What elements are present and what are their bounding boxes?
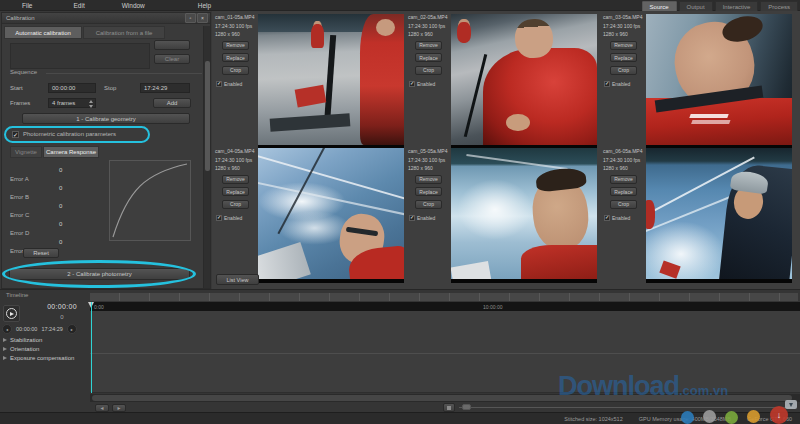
calibration-panel: Calibration ▫ × Automatic calibration Ca… xyxy=(1,12,211,289)
thumb-art-cushion xyxy=(295,85,327,108)
expand-arrow-icon[interactable] xyxy=(3,356,7,360)
frames-spinner[interactable]: 4 frames xyxy=(48,98,96,108)
camera-6-info: cam_06-05a.MP4 17:24:30 100 fps 1280 x 9… xyxy=(602,148,646,279)
photometric-checkbox[interactable]: ✓ xyxy=(12,131,19,138)
range-start-icon[interactable]: ◂ xyxy=(2,324,12,334)
enabled-checkbox[interactable]: ✓ xyxy=(604,215,610,221)
error-b-value: 0 xyxy=(59,185,62,191)
remove-button[interactable]: Remove xyxy=(610,175,637,184)
menu-edit[interactable]: Edit xyxy=(73,2,84,9)
step-forward-button[interactable]: ► xyxy=(112,404,126,412)
enabled-checkbox[interactable]: ✓ xyxy=(216,215,222,221)
timeline-zoom-button[interactable] xyxy=(443,403,455,412)
clear-button[interactable]: Clear xyxy=(154,54,190,64)
tab-automatic-calibration[interactable]: Automatic calibration xyxy=(4,26,82,39)
track-orientation[interactable]: Orientation xyxy=(3,346,39,352)
remove-button[interactable]: Remove xyxy=(610,41,637,50)
spinner-arrows-icon[interactable] xyxy=(87,100,94,108)
camera-6-thumbnail[interactable] xyxy=(646,148,792,283)
camera-1-thumbnail[interactable] xyxy=(258,14,404,149)
add-button[interactable]: Add xyxy=(153,98,191,108)
camera-1-resolution: 1280 x 960 xyxy=(215,31,258,37)
menu-window[interactable]: Window xyxy=(122,2,145,9)
camera-3-thumbnail[interactable] xyxy=(646,14,792,149)
tab-calibration-from-file[interactable]: Calibration from a file xyxy=(83,26,165,39)
range-end-icon[interactable]: ▸ xyxy=(67,324,77,334)
track-label: Exposure compensation xyxy=(10,355,74,361)
remove-button[interactable]: Remove xyxy=(415,41,442,50)
camera-cell-5: cam_05-05a.MP4 17:24:30 100 fps 1280 x 9… xyxy=(407,148,599,279)
crop-button[interactable]: Crop xyxy=(222,66,249,75)
crop-button[interactable]: Crop xyxy=(610,66,637,75)
list-view-button[interactable]: List View xyxy=(216,274,259,285)
timeline-zoom-slider-handle[interactable] xyxy=(462,404,471,410)
calibration-file-list[interactable] xyxy=(10,43,150,69)
camera-2-thumbnail[interactable] xyxy=(451,14,597,149)
error-c-value: 0 xyxy=(59,203,62,209)
timeline-zoom-slider[interactable] xyxy=(459,407,793,408)
timeline-hscrollbar[interactable] xyxy=(90,394,800,402)
camera-6-filename: cam_06-05a.MP4 xyxy=(603,148,646,154)
replace-button[interactable]: Replace xyxy=(415,53,442,62)
play-button[interactable] xyxy=(3,305,20,322)
reset-button[interactable]: Reset xyxy=(23,248,59,258)
logo-corner-box xyxy=(785,400,797,409)
thumb-art-hull xyxy=(258,242,311,283)
track-exposure-compensation[interactable]: Exposure compensation xyxy=(3,355,74,361)
remove-button[interactable]: Remove xyxy=(222,41,249,50)
remove-button[interactable]: Remove xyxy=(415,175,442,184)
replace-button[interactable]: Replace xyxy=(222,53,249,62)
menu-file[interactable]: File xyxy=(22,2,32,9)
start-time-field[interactable]: 00:00:00 xyxy=(48,83,96,93)
crop-button[interactable]: Crop xyxy=(415,200,442,209)
tab-camera-response[interactable]: Camera Response xyxy=(43,146,99,158)
thumb-art-mast xyxy=(323,35,335,127)
replace-button[interactable]: Replace xyxy=(222,187,249,196)
enabled-checkbox[interactable]: ✓ xyxy=(409,81,415,87)
menu-help[interactable]: Help xyxy=(198,2,211,9)
enabled-label: Enabled xyxy=(612,81,630,87)
list-extra-button[interactable] xyxy=(154,40,190,50)
error-d-label: Error D xyxy=(10,230,29,236)
panel-scrollbar-thumb[interactable] xyxy=(205,61,210,171)
camera-response-curve xyxy=(109,160,191,241)
error-d-row: Error D 0 xyxy=(10,221,100,239)
camera-3-resolution: 1280 x 960 xyxy=(603,31,646,37)
replace-button[interactable]: Replace xyxy=(610,53,637,62)
replace-button[interactable]: Replace xyxy=(415,187,442,196)
timeline-ruler[interactable]: 0:00 10:00:00 xyxy=(90,302,800,311)
float-panel-icon[interactable]: ▫ xyxy=(185,13,196,23)
close-panel-icon[interactable]: × xyxy=(197,13,208,23)
timeline-overview-strip[interactable] xyxy=(90,293,798,301)
camera-5-thumbnail[interactable] xyxy=(451,148,597,283)
crop-button[interactable]: Crop xyxy=(415,66,442,75)
crop-button[interactable]: Crop xyxy=(610,200,637,209)
expand-arrow-icon[interactable] xyxy=(3,338,7,342)
enabled-checkbox[interactable]: ✓ xyxy=(604,81,610,87)
tab-vignette[interactable]: Vignette xyxy=(10,146,42,158)
camera-4-resolution: 1280 x 960 xyxy=(215,165,258,171)
replace-button[interactable]: Replace xyxy=(610,187,637,196)
track-stabilization[interactable]: Stabilization xyxy=(3,337,42,343)
camera-1-timecode: 17:24:30 100 fps xyxy=(215,23,258,29)
calibrate-photometry-button[interactable]: 2 - Calibrate photometry xyxy=(9,268,190,280)
stop-time-field[interactable]: 17:24:29 xyxy=(140,83,190,93)
calibrate-geometry-button[interactable]: 1 - Calibrate geometry xyxy=(22,113,190,124)
error-a-row: Error A 0 xyxy=(10,167,100,185)
stop-label: Stop xyxy=(104,85,116,91)
panel-scrollbar[interactable] xyxy=(203,26,210,288)
thumb-art-hand xyxy=(506,114,529,131)
timeline-tracks-area[interactable] xyxy=(90,311,800,393)
enabled-checkbox[interactable]: ✓ xyxy=(216,81,222,87)
logo-circle-green xyxy=(725,411,738,424)
timeline-hscrollbar-thumb[interactable] xyxy=(92,395,792,401)
step-back-button[interactable]: ◄ xyxy=(95,404,109,412)
camera-4-thumbnail[interactable] xyxy=(258,148,404,283)
camera-1-filename: cam_01-05a.MP4 xyxy=(215,14,258,20)
playhead-line[interactable] xyxy=(91,302,92,393)
crop-button[interactable]: Crop xyxy=(222,200,249,209)
camera-3-timecode: 17:24:30 100 fps xyxy=(603,23,646,29)
expand-arrow-icon[interactable] xyxy=(3,347,7,351)
remove-button[interactable]: Remove xyxy=(222,175,249,184)
enabled-checkbox[interactable]: ✓ xyxy=(409,215,415,221)
